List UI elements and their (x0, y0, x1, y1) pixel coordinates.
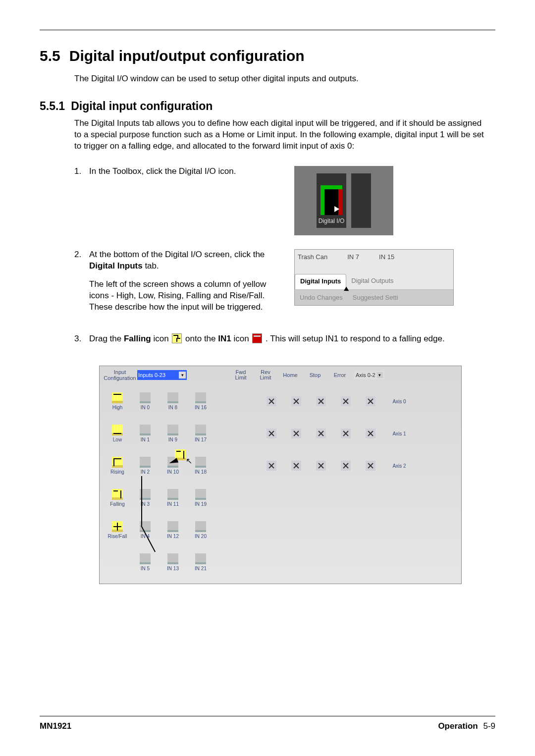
in-icon[interactable] (195, 489, 206, 500)
tab-digital-outputs[interactable]: Digital Outputs (346, 274, 398, 289)
falling-icon (172, 333, 182, 343)
in1-icon (252, 333, 262, 343)
assign-cell[interactable] (341, 396, 351, 406)
page-footer: MN1921 Operation 5-9 (40, 716, 495, 731)
axis-label: Axis 2 (386, 463, 413, 469)
step-number: 1. (74, 166, 89, 177)
digital-io-icon[interactable] (321, 185, 342, 215)
in-icon[interactable] (167, 521, 178, 532)
assign-cell[interactable] (341, 429, 351, 438)
assign-cell[interactable] (267, 461, 276, 471)
assign-cell[interactable] (267, 429, 276, 438)
digital-io-label: Digital I/O (319, 217, 345, 225)
input-config-header: Input Configuration (104, 369, 136, 381)
risefall-icon[interactable] (112, 521, 123, 532)
toolbox-panel (351, 173, 371, 228)
assign-cell[interactable] (291, 396, 301, 406)
grid-row: Falling IN 3 IN 11 IN 19 (104, 482, 457, 514)
inputs-range-dropdown[interactable]: Inputs 0-23 ▾ (137, 370, 187, 380)
footer-page: 5-9 (483, 721, 495, 731)
section-intro: The Digital I/O window can be used to se… (74, 73, 495, 85)
assign-cell[interactable] (316, 396, 326, 406)
in7-label: IN 7 (347, 253, 359, 262)
grid-row: Rise/Fall IN 4 IN 12 IN 20 (104, 514, 457, 546)
trash-can-label: Trash Can (298, 253, 327, 262)
undo-changes-button[interactable]: Undo Changes (300, 293, 343, 302)
step-number: 3. (74, 333, 89, 345)
col-error: Error (327, 373, 352, 378)
toolbox-screenshot: Digital I/O (294, 166, 393, 235)
drag-path-annotation (141, 476, 142, 526)
section-heading: 5.5Digital input/output configuration (40, 48, 495, 64)
grid-row: Low IN 1 IN 9 IN 17 Axis 1 (104, 418, 457, 450)
section-title: Digital input/output configuration (69, 48, 305, 64)
step-2-p1: At the bottom of the Digital I/O screen,… (89, 249, 287, 272)
in-icon[interactable] (195, 521, 206, 532)
grid-row: High IN 0 IN 8 IN 16 Axis 0 (104, 385, 457, 418)
in-icon[interactable] (140, 457, 151, 468)
subsection-title: Digital input configuration (71, 100, 213, 112)
in-icon[interactable] (140, 553, 151, 564)
step-1-text: In the Toolbox, click the Digital I/O ic… (89, 166, 287, 177)
chevron-down-icon: ▾ (179, 372, 186, 378)
grid-row: Rising IN 2 IN 10 IN 18 Axis 2 (104, 450, 457, 482)
axis-label: Axis 0 (386, 399, 413, 404)
assign-cell[interactable] (316, 461, 326, 471)
chevron-down-icon: ▾ (377, 372, 383, 378)
step-2-p2: The left of the screen shows a column of… (89, 279, 287, 313)
in-icon[interactable] (140, 425, 151, 435)
col-fwd-limit: FwdLimit (228, 370, 253, 381)
in-icon[interactable] (167, 457, 178, 468)
assign-cell[interactable] (291, 461, 301, 471)
suggested-settings-button[interactable]: Suggested Setti (353, 293, 398, 302)
grid-row: IN 5 IN 13 IN 21 (104, 546, 457, 579)
in-icon[interactable] (195, 392, 206, 403)
doc-id: MN1921 (40, 721, 71, 731)
assign-cell[interactable] (267, 396, 276, 406)
col-stop: Stop (303, 373, 327, 378)
falling-bold: Falling (124, 334, 151, 343)
digital-inputs-grid: Input Configuration Inputs 0-23 ▾ FwdLim… (99, 366, 462, 584)
step-1: 1. In the Toolbox, click the Digital I/O… (74, 166, 495, 235)
in15-label: IN 15 (379, 253, 394, 262)
step-3-text: Drag the Falling icon onto the IN1 icon … (89, 333, 495, 345)
in-icon[interactable] (167, 489, 178, 500)
axis-range-dropdown[interactable]: Axis 0-2 ▾ (354, 371, 384, 379)
in-icon[interactable] (167, 553, 178, 564)
axis-label: Axis 1 (386, 431, 413, 436)
footer-section: Operation (438, 721, 478, 731)
section-number: 5.5 (40, 48, 60, 64)
assign-cell[interactable] (291, 429, 301, 438)
in-icon[interactable] (140, 392, 151, 403)
step-2: 2. At the bottom of the Digital I/O scre… (74, 249, 495, 320)
tab-digital-inputs[interactable]: Digital Inputs (295, 274, 346, 289)
col-home: Home (278, 373, 303, 378)
assign-cell[interactable] (366, 461, 375, 471)
high-icon[interactable] (112, 392, 123, 403)
step-3: 3. Drag the Falling icon onto the IN1 ic… (74, 333, 495, 352)
subsection-body: The Digital Inputs tab allows you to def… (74, 118, 490, 152)
digital-inputs-bold: Digital Inputs (89, 261, 143, 270)
in-icon[interactable] (167, 425, 178, 435)
assign-cell[interactable] (341, 461, 351, 471)
in-icon[interactable] (167, 392, 178, 403)
in-icon[interactable] (195, 553, 206, 564)
assign-cell[interactable] (366, 429, 375, 438)
step-number: 2. (74, 249, 89, 261)
low-icon[interactable] (112, 425, 123, 435)
assign-cell[interactable] (316, 429, 326, 438)
in1-bold: IN1 (218, 334, 231, 343)
subsection-heading: 5.5.1Digital input configuration (40, 100, 495, 113)
falling-icon[interactable] (112, 489, 123, 500)
assign-cell[interactable] (366, 396, 375, 406)
in-icon[interactable] (195, 425, 206, 435)
rising-icon[interactable] (112, 457, 123, 468)
subsection-number: 5.5.1 (40, 100, 65, 112)
col-rev-limit: RevLimit (253, 370, 278, 381)
tabs-screenshot: Trash Can IN 7 IN 15 Digital Inputs Digi… (294, 249, 454, 306)
in-icon[interactable] (195, 457, 206, 468)
